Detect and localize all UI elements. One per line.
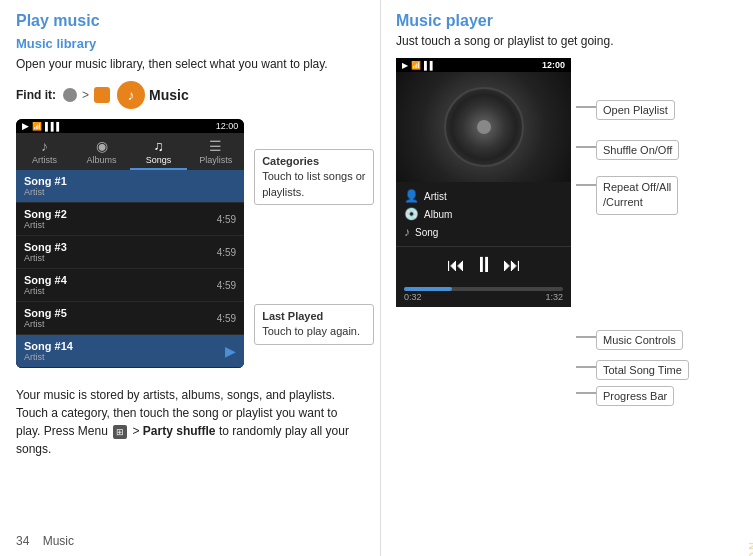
next-button[interactable]: ⏭ [503, 255, 521, 276]
find-it-music-icon [117, 81, 145, 109]
music-controls-line [576, 336, 596, 338]
status-left: ▶ 📶 ▌▌▌ [22, 121, 62, 131]
artists-icon: ♪ [41, 138, 48, 154]
song-duration: 4:59 [217, 247, 236, 258]
song-title: Song #4 [24, 274, 67, 286]
song-duration: 4:59 [217, 313, 236, 324]
section-title-music-player: Music player [396, 12, 737, 30]
tab-albums-label: Albums [87, 155, 117, 165]
song-note-icon: ♪ [404, 225, 410, 239]
menu-icon-inline: ⊞ [113, 425, 127, 439]
progress-bar-background[interactable] [404, 287, 563, 291]
songs-icon: ♫ [153, 138, 164, 154]
shuffle-line [576, 146, 596, 148]
tab-playlists-label: Playlists [199, 155, 232, 165]
subsection-title-library: Music library [16, 36, 364, 51]
categories-callout-title: Categories [262, 154, 366, 169]
right-column: Music player Just touch a song or playli… [380, 0, 753, 556]
player-layout: ▶ 📶 ▌▌ 12:00 [396, 58, 737, 438]
song-duration: 4:59 [217, 214, 236, 225]
artist-icon: 👤 [404, 189, 419, 203]
player-time: 12:00 [542, 60, 565, 70]
tab-albums[interactable]: ◉ Albums [73, 133, 130, 170]
song-row[interactable]: Song #1 Artist [16, 170, 244, 203]
find-it-arrow: > [82, 88, 89, 102]
repeat-line [576, 184, 596, 186]
open-playlist-label: Open Playlist [603, 104, 668, 116]
song-title-last: Song #14 [24, 340, 73, 352]
player-status-left: ▶ 📶 ▌▌ [402, 61, 435, 70]
left-column: Play music Music library Open your music… [0, 0, 380, 556]
find-it-label: Find it: [16, 88, 56, 102]
phone-status-bar: ▶ 📶 ▌▌▌ 12:00 [16, 119, 244, 133]
open-playlist-callout: Open Playlist [596, 100, 675, 120]
album-art [396, 72, 571, 182]
album-label: Album [424, 209, 452, 220]
find-it-music-label: Music [149, 87, 189, 103]
tab-songs[interactable]: ♫ Songs [130, 133, 187, 170]
total-time: 1:32 [545, 292, 563, 302]
song-duration: 4:59 [217, 280, 236, 291]
progress-bar-line [576, 392, 596, 394]
section-title-play-music: Play music [16, 12, 364, 30]
last-played-callout-title: Last Played [262, 309, 366, 324]
arrow-inline: > [133, 424, 143, 438]
last-played-callout-text: Touch to play again. [262, 324, 366, 339]
player-controls: ⏮ ⏸ ⏭ [396, 246, 571, 283]
total-time-callout: Total Song Time [596, 360, 689, 380]
last-played-callout: Last Played Touch to play again. [254, 304, 374, 345]
player-signal-icon: ▌▌ [424, 61, 435, 70]
song-artist: Artist [24, 220, 67, 230]
song-row[interactable]: Song #4 Artist 4:59 [16, 269, 244, 302]
open-playlist-line [576, 106, 596, 108]
page: Play music Music library Open your music… [0, 0, 753, 556]
bottom-description: Your music is stored by artists, albums,… [16, 386, 364, 458]
song-row-last-played[interactable]: Song #14 Artist ▶ [16, 335, 244, 368]
categories-callout-text: Touch to list songs or playlists. [262, 169, 366, 200]
page-number: 34 Music [16, 534, 74, 548]
status-time: 12:00 [216, 121, 239, 131]
music-controls-label: Music Controls [603, 334, 676, 346]
vinyl-center [477, 120, 491, 134]
shuffle-label: Shuffle On/Off [603, 144, 672, 156]
progress-bar-fill [404, 287, 452, 291]
music-controls-callout: Music Controls [596, 330, 683, 350]
find-it-settings-icon [63, 88, 77, 102]
progress-bar-callout: Progress Bar [596, 386, 674, 406]
vinyl-disc [444, 87, 524, 167]
play-pause-button[interactable]: ⏸ [473, 252, 495, 278]
song-row[interactable]: Song #5 Artist 4:59 [16, 302, 244, 335]
total-time-label: Total Song Time [603, 364, 682, 376]
repeat-label: Repeat Off/All/Current [603, 181, 671, 208]
shuffle-callout: Shuffle On/Off [596, 140, 679, 160]
player-status-bar: ▶ 📶 ▌▌ 12:00 [396, 58, 571, 72]
song-artist: Artist [24, 286, 67, 296]
watermark: CONFIDENTIAL INFORMATION [747, 540, 753, 556]
song-title: Song #3 [24, 241, 67, 253]
tab-songs-label: Songs [146, 155, 172, 165]
song-artist: Artist [24, 319, 67, 329]
progress-times: 0:32 1:32 [404, 292, 563, 302]
player-artist-row: 👤 Artist [404, 187, 563, 205]
tab-playlists[interactable]: ☰ Playlists [187, 133, 244, 170]
playlists-icon: ☰ [209, 138, 222, 154]
player-phone-mockup: ▶ 📶 ▌▌ 12:00 [396, 58, 571, 307]
song-row[interactable]: Song #3 Artist 4:59 [16, 236, 244, 269]
song-label: Song [415, 227, 438, 238]
albums-icon: ◉ [96, 138, 108, 154]
prev-button[interactable]: ⏮ [447, 255, 465, 276]
party-shuffle-label: Party shuffle [143, 424, 216, 438]
vinyl-container [444, 87, 524, 167]
player-song-row: ♪ Song [404, 223, 563, 241]
album-icon: 💿 [404, 207, 419, 221]
tab-artists[interactable]: ♪ Artists [16, 133, 73, 170]
player-play-indicator: ▶ [402, 61, 408, 70]
play-status-icon: ▶ [22, 121, 29, 131]
library-description: Open your music library, then select wha… [16, 55, 364, 73]
song-title: Song #2 [24, 208, 67, 220]
song-title: Song #1 [24, 175, 67, 187]
wifi-icon: 📶 [32, 122, 42, 131]
song-row[interactable]: Song #2 Artist 4:59 [16, 203, 244, 236]
song-artist: Artist [24, 187, 67, 197]
music-player-description: Just touch a song or playlist to get goi… [396, 34, 737, 48]
